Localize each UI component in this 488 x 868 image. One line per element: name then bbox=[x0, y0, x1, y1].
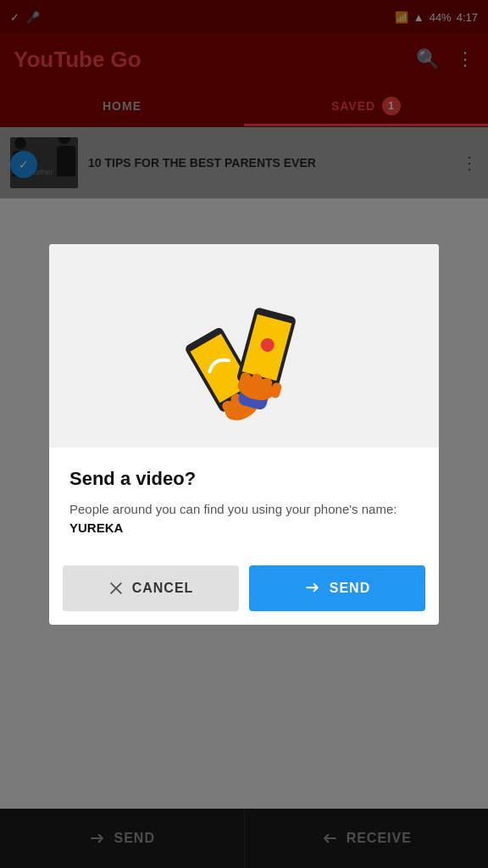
dialog-illustration bbox=[49, 244, 439, 448]
phone-name: YUREKA bbox=[69, 520, 123, 535]
x-icon bbox=[108, 581, 124, 596]
send-video-dialog: Send a video? People around you can find… bbox=[49, 244, 439, 625]
dialog-body: Send a video? People around you can find… bbox=[49, 448, 439, 555]
cancel-button[interactable]: CANCEL bbox=[63, 565, 239, 611]
send-button[interactable]: SEND bbox=[249, 565, 425, 611]
dialog-description: People around you can find you using you… bbox=[69, 500, 419, 538]
dialog-overlay: Send a video? People around you can find… bbox=[0, 0, 488, 868]
dialog-actions: CANCEL SEND bbox=[49, 555, 439, 625]
send-icon bbox=[304, 580, 321, 597]
dialog-title: Send a video? bbox=[69, 468, 419, 490]
